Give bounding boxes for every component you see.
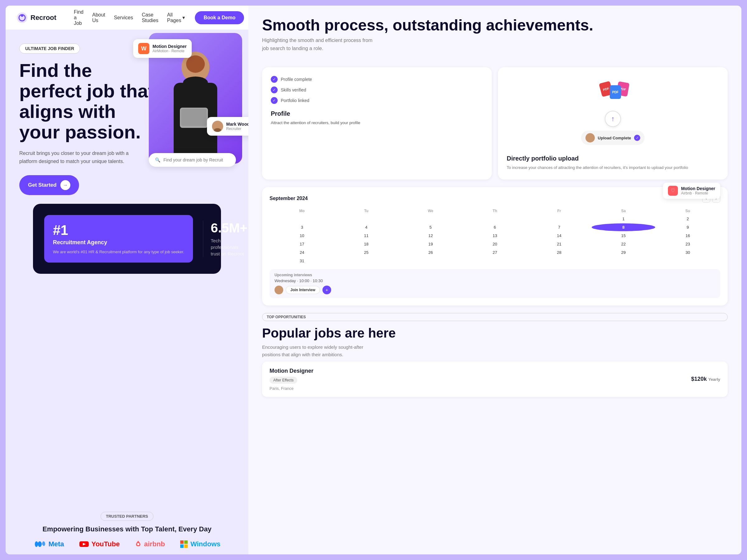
chevron-down-icon: ▾ bbox=[182, 15, 185, 21]
cal-cell[interactable]: 28 bbox=[527, 248, 591, 256]
check-icon-1: ✓ bbox=[271, 76, 278, 83]
upload-check-icon: ✓ bbox=[634, 135, 640, 141]
windows-logo: Windows bbox=[180, 540, 221, 548]
partners-title: Empowering Businesses with Top Talent, E… bbox=[19, 525, 235, 533]
join-avatar bbox=[275, 286, 283, 294]
cal-cell[interactable]: 15 bbox=[592, 232, 655, 240]
cal-cell[interactable]: 25 bbox=[335, 248, 398, 256]
cal-row-1: 1 2 bbox=[270, 215, 720, 223]
cal-day-su: Su bbox=[656, 208, 720, 214]
cal-cell[interactable]: 22 bbox=[592, 240, 655, 248]
check-item-2: ✓ Skills verified bbox=[271, 86, 483, 93]
hero-badge: ULTIMATE JOB FINDER bbox=[19, 44, 80, 54]
stat-desc-1: We are world's #01 HR & Recruitment plat… bbox=[53, 249, 184, 255]
upload-complete-row: Upload Complete ✓ bbox=[581, 131, 645, 145]
cal-cell[interactable]: 13 bbox=[463, 232, 527, 240]
cal-cell[interactable]: 29 bbox=[592, 248, 655, 256]
cal-cell bbox=[463, 257, 527, 265]
logo[interactable]: Recroot bbox=[17, 12, 56, 23]
cal-cell[interactable]: 16 bbox=[656, 232, 720, 240]
cal-cell-today[interactable]: 8 bbox=[592, 223, 655, 231]
cal-cell[interactable]: 11 bbox=[335, 232, 398, 240]
job-card-preview[interactable]: Motion Designer After Effects Paris, Fra… bbox=[262, 362, 728, 397]
cal-cell[interactable]: 18 bbox=[335, 240, 398, 248]
cal-cell[interactable]: 21 bbox=[527, 240, 591, 248]
cal-cell[interactable]: 19 bbox=[399, 240, 463, 248]
cal-row-4: 17 18 19 20 21 22 23 bbox=[270, 240, 720, 248]
cal-cell[interactable]: 6 bbox=[463, 223, 527, 231]
youtube-text: YouTube bbox=[92, 540, 120, 548]
cal-cell[interactable]: 9 bbox=[656, 223, 720, 231]
join-interview-button[interactable]: Join Interview bbox=[286, 286, 320, 294]
airbnb-card-sub: Airbnb · Remote bbox=[681, 191, 715, 195]
nav-services[interactable]: Services bbox=[114, 15, 133, 21]
upcoming-time: Wednesday · 10:00 · 10:30 bbox=[275, 278, 715, 283]
nav-links: Find a Job About Us Services Case Studie… bbox=[74, 9, 185, 26]
cal-cell[interactable]: 17 bbox=[270, 240, 334, 248]
cal-row-6: 31 bbox=[270, 257, 720, 265]
search-input[interactable] bbox=[163, 157, 230, 162]
airbnb-card-icon: ♡ bbox=[668, 186, 678, 196]
brand-name: Recroot bbox=[30, 14, 56, 22]
cal-cell[interactable]: 5 bbox=[399, 223, 463, 231]
cal-cell[interactable]: 31 bbox=[270, 257, 334, 265]
check-list: ✓ Profile complete ✓ Skills verified ✓ P… bbox=[271, 76, 483, 104]
cal-cell[interactable]: 1 bbox=[592, 215, 655, 223]
stat-text-2: Tech professionals trust on Recroot bbox=[211, 237, 248, 257]
mark-wood-card: Mark Wood Recruiter bbox=[207, 117, 248, 136]
calendar-card: ♡ Motion Designer Airbnb · Remote Septem… bbox=[262, 187, 728, 305]
motion-designer-sub: AirMotion · Remote bbox=[153, 49, 187, 53]
nav-find-job[interactable]: Find a Job bbox=[74, 9, 83, 26]
cal-day-fr: Fr bbox=[527, 208, 591, 214]
feature-cards-row: ✓ Profile complete ✓ Skills verified ✓ P… bbox=[262, 67, 728, 180]
cal-cell[interactable]: 14 bbox=[527, 232, 591, 240]
cal-cell[interactable]: 3 bbox=[270, 223, 334, 231]
nav-about-us[interactable]: About Us bbox=[92, 12, 105, 23]
cal-day-tu: Tu bbox=[335, 208, 398, 214]
cal-row-5: 24 25 26 27 28 29 30 bbox=[270, 248, 720, 256]
cal-cell[interactable]: 4 bbox=[335, 223, 398, 231]
job-tag-after-effects: After Effects bbox=[269, 377, 297, 383]
airbnb-card-info: Motion Designer Airbnb · Remote bbox=[681, 186, 715, 195]
opportunities-title: Popular jobs are here bbox=[262, 326, 728, 340]
job-location: Paris, France bbox=[269, 386, 313, 391]
get-started-button[interactable]: Get Started → bbox=[19, 175, 79, 195]
opportunities-badge: TOP OPPORTUNITIES bbox=[262, 313, 728, 321]
job-card-left: Motion Designer After Effects Paris, Fra… bbox=[269, 368, 313, 391]
cal-cell[interactable]: 27 bbox=[463, 248, 527, 256]
motion-designer-card: W Motion Designer AirMotion · Remote bbox=[133, 39, 192, 58]
cal-cell[interactable]: 2 bbox=[656, 215, 720, 223]
job-tags: After Effects bbox=[269, 377, 313, 383]
book-demo-button[interactable]: Book a Demo bbox=[195, 11, 244, 24]
job-salary-area: $120k Yearly bbox=[691, 376, 720, 382]
upcoming-card: Upcoming interviews Wednesday · 10:00 · … bbox=[269, 269, 720, 298]
cal-day-mo: Mo bbox=[270, 208, 334, 214]
cal-cell bbox=[399, 257, 463, 265]
svg-rect-8 bbox=[181, 109, 207, 126]
svg-point-10 bbox=[214, 128, 221, 132]
opportunities-section: TOP OPPORTUNITIES Popular jobs are here … bbox=[262, 313, 728, 397]
stat-num-2: 6.5M+ bbox=[211, 220, 248, 236]
cal-cell[interactable]: 24 bbox=[270, 248, 334, 256]
check-item-1: ✓ Profile complete bbox=[271, 76, 483, 83]
hero-subtitle: Recruit brings you closer to your dream … bbox=[19, 149, 137, 165]
nav-case-studies[interactable]: Case Studies bbox=[141, 12, 158, 23]
nav-all-pages[interactable]: All Pages ▾ bbox=[167, 12, 185, 23]
cal-cell bbox=[335, 257, 398, 265]
check-icon-3: ✓ bbox=[271, 97, 278, 104]
cal-cell[interactable]: 26 bbox=[399, 248, 463, 256]
airbnb-text: airbnb bbox=[144, 540, 165, 548]
cal-cell[interactable]: 7 bbox=[527, 223, 591, 231]
cal-cell[interactable]: 20 bbox=[463, 240, 527, 248]
join-circle-button[interactable]: + bbox=[323, 286, 331, 294]
upload-card-desc: To increase your chances of attracting t… bbox=[507, 165, 719, 171]
cal-cell[interactable]: 10 bbox=[270, 232, 334, 240]
cal-cell[interactable]: 12 bbox=[399, 232, 463, 240]
cal-cell bbox=[463, 215, 527, 223]
arrow-right-icon: → bbox=[60, 180, 70, 190]
cal-cell[interactable]: 23 bbox=[656, 240, 720, 248]
mark-wood-role: Recruiter bbox=[226, 127, 248, 131]
navbar: Recroot Find a Job About Us Services Cas… bbox=[6, 6, 248, 30]
svg-point-13 bbox=[137, 543, 139, 545]
cal-cell[interactable]: 30 bbox=[656, 248, 720, 256]
